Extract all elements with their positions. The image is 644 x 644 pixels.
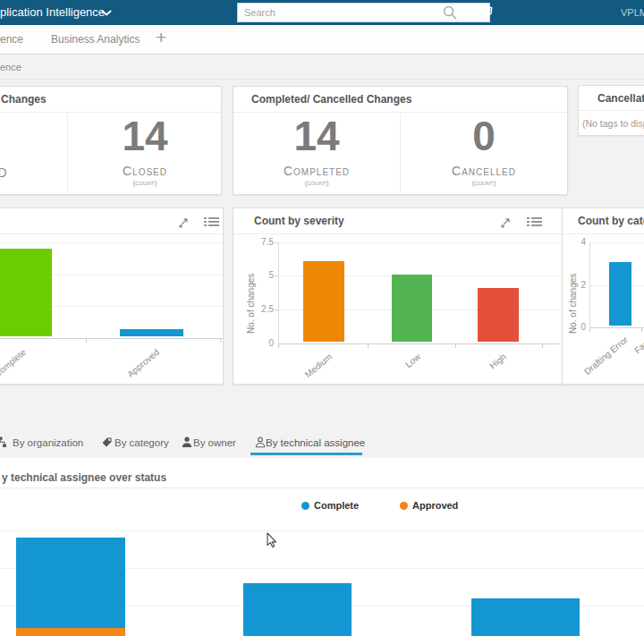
organization-icon — [0, 436, 6, 448]
top-app-bar: plication Intelligence VPLM — [0, 0, 644, 25]
tag-icon — [101, 436, 113, 448]
card-title: Completed/ Cancelled Changes — [251, 93, 411, 106]
gridline — [0, 242, 223, 243]
y-tick-label: 0 — [256, 338, 274, 348]
bar-segment-complete[interactable] — [243, 583, 352, 643]
tab-business-analytics[interactable]: Business Analytics — [51, 33, 140, 46]
x-axis-label: Drafting Error — [582, 335, 630, 377]
axis-tick — [278, 344, 279, 348]
y-axis-line — [278, 242, 279, 343]
x-axis-label: Medium — [303, 352, 334, 379]
axis-tick — [589, 328, 590, 332]
filter-tab-by-organization[interactable]: By organization — [13, 437, 83, 448]
breadcrumb[interactable]: ence — [0, 62, 21, 72]
stacked-bar-assignee-2[interactable] — [243, 583, 352, 643]
cell-divider — [400, 114, 401, 192]
axis-tick — [641, 328, 642, 332]
x-axis-label: High — [487, 352, 508, 371]
chart-title: Count by category — [578, 215, 644, 227]
bottom-scroll-strip — [0, 636, 644, 644]
bar-approved[interactable] — [120, 329, 183, 336]
cell-divider — [67, 114, 68, 192]
chevron-down-icon[interactable] — [101, 10, 112, 17]
clipped-metric-label: D — [0, 165, 13, 180]
chart-card-category: Count by category No. of changes 4 2 0 D… — [562, 208, 644, 385]
dashboard-tabbar: ence Business Analytics + — [0, 25, 644, 55]
expand-icon[interactable] — [177, 216, 189, 228]
filter-tab-by-technical-assignee[interactable]: By technical assignee — [266, 437, 365, 448]
x-axis-line — [0, 338, 223, 339]
completed-count-unit: (count) — [254, 179, 379, 187]
header-divider — [0, 79, 644, 80]
user-menu[interactable]: VPLM — [621, 7, 644, 18]
expand-icon[interactable] — [499, 216, 511, 228]
legend-label: Complete — [314, 500, 359, 511]
card-header: Cancellation — [579, 86, 644, 111]
card-header: Count by severity — [233, 208, 567, 234]
axis-tick — [220, 339, 221, 343]
tab-clipped-left[interactable]: ence — [0, 33, 23, 46]
x-axis-label: Complete — [0, 347, 28, 379]
closed-count-label: Closed — [82, 164, 208, 178]
completed-count-value: 14 — [254, 115, 379, 157]
app-title-dropdown[interactable]: plication Intelligence — [0, 5, 105, 19]
y-axis-title: No. of changes — [246, 274, 256, 334]
y-tick-label: 7.5 — [256, 237, 274, 247]
mouse-cursor — [267, 532, 278, 549]
no-tags-text: (No tags to display) — [582, 118, 644, 129]
x-axis-line — [589, 327, 644, 328]
x-axis-label: Low — [403, 352, 422, 369]
y-tick-label: 2 — [568, 280, 586, 290]
card-header — [0, 208, 223, 234]
section-title: y technical assignee over status — [2, 471, 166, 484]
active-tab-underline — [250, 453, 362, 455]
gridline — [589, 242, 644, 243]
gridline — [278, 242, 560, 243]
kpi-card-completed-cancelled: Completed/ Cancelled Changes 14 Complete… — [233, 86, 568, 195]
chart-card-status: Complete Approved — [0, 208, 224, 385]
axis-tick — [86, 339, 87, 343]
kpi-card-changes: Changes D 14 Closed (count) — [0, 86, 222, 195]
bar-segment-complete[interactable] — [16, 538, 125, 628]
axis-tick — [542, 344, 543, 348]
kpi-card-cancellation: Cancellation (No tags to display) — [578, 85, 644, 136]
card-header: Count by category — [563, 208, 644, 234]
axis-tick — [368, 344, 369, 348]
bar-low[interactable] — [392, 275, 432, 342]
y-tick-label: 5 — [256, 270, 274, 280]
y-tick-label: 0 — [568, 322, 586, 332]
card-header: Changes — [0, 87, 221, 113]
cancelled-count-value: 0 — [421, 115, 547, 157]
menu-icon[interactable] — [527, 216, 542, 227]
chart-title: Count by severity — [254, 215, 344, 227]
gridline — [0, 530, 644, 531]
legend-dot-complete — [301, 502, 309, 510]
x-axis-label: Approved — [125, 347, 161, 379]
chart-card-severity: Count by severity No. of changes 7.5 5 2… — [233, 208, 568, 385]
tags-icon[interactable] — [477, 4, 496, 22]
stacked-bar-assignee-1[interactable] — [16, 538, 125, 643]
add-tab-button[interactable]: + — [156, 27, 166, 48]
cancelled-count-unit: (count) — [421, 179, 547, 187]
menu-icon[interactable] — [204, 216, 219, 227]
bar-high[interactable] — [478, 288, 519, 342]
x-axis-line — [278, 343, 560, 344]
filter-tab-by-category[interactable]: By category — [114, 437, 169, 448]
x-axis-label: Facili — [632, 335, 644, 355]
legend-label: Approved — [412, 500, 458, 511]
y-tick-label: 4 — [568, 237, 586, 247]
dashboard-screen: plication Intelligence VPLM ence Busines… — [0, 0, 644, 644]
section-divider — [0, 487, 644, 488]
bar-medium[interactable] — [303, 261, 344, 342]
cancelled-count-label: Cancelled — [421, 164, 547, 178]
search-icon[interactable] — [442, 4, 458, 21]
card-title: Cancellation — [597, 92, 644, 105]
axis-tick — [455, 344, 456, 348]
bar-drafting-error[interactable] — [609, 262, 631, 326]
bar-complete[interactable] — [0, 249, 52, 336]
filter-tab-by-owner[interactable]: By owner — [193, 437, 236, 448]
legend-dot-approved — [400, 502, 408, 510]
person-icon — [182, 436, 192, 448]
closed-count-unit: (count) — [82, 179, 208, 187]
y-tick-label: 2.5 — [256, 304, 274, 314]
